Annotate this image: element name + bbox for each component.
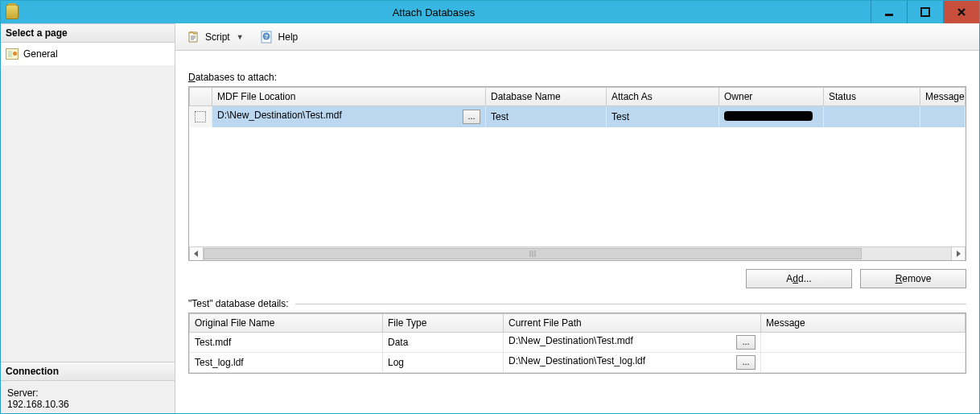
cell-path: D:\New_Destination\Test.mdf [509,335,633,346]
toolbar: Script ▼ ? Help [175,23,979,51]
browse-mdf-button[interactable]: ... [463,110,480,124]
help-label: Help [278,31,299,43]
col-owner[interactable]: Owner [719,88,824,106]
divider [295,304,966,304]
cell-owner [719,106,824,128]
browse-path-button[interactable]: ... [736,355,756,370]
table-row[interactable]: Test_log.ldf Log D:\New_Destination\Test… [190,353,966,373]
scroll-track[interactable] [204,247,951,260]
select-a-page-header: Select a page [1,23,175,43]
cell-orig: Test_log.ldf [190,353,383,373]
databases-grid-header: MDF File Location Database Name Attach A… [190,88,966,106]
cell-mdf: D:\New_Destination\Test.mdf [217,110,342,121]
cell-path: D:\New_Destination\Test_log.ldf [509,355,645,366]
col-message2[interactable]: Message [761,314,966,333]
col-path[interactable]: Current File Path [504,314,761,333]
scroll-left-button[interactable] [189,247,204,260]
close-button[interactable] [943,1,979,23]
table-row[interactable]: Test.mdf Data D:\New_Destination\Test.md… [190,333,966,353]
databases-grid[interactable]: MDF File Location Database Name Attach A… [188,86,966,247]
cell-ftype: Log [383,353,504,373]
cell-ftype: Data [383,333,504,353]
page-list: General [1,43,175,65]
row-selector-icon [195,111,206,122]
maximize-button[interactable] [907,1,943,23]
details-grid-header: Original File Name File Type Current Fil… [190,314,966,333]
scroll-thumb[interactable] [204,248,862,259]
cell-attachas[interactable]: Test [607,106,719,128]
page-item-general[interactable]: General [1,46,175,62]
cell-msg [761,353,966,373]
database-details-label: "Test" database details: [188,298,289,309]
databases-grid-hscroll[interactable] [188,246,966,261]
col-ftype[interactable]: File Type [383,314,504,333]
server-label: Server: [7,387,168,399]
col-dbname[interactable]: Database Name [486,88,607,106]
script-icon [187,30,201,44]
script-button[interactable]: Script ▼ [183,28,247,46]
col-message[interactable]: Message [920,88,966,106]
left-pane: Select a page General Connection Server:… [1,23,175,413]
page-item-label: General [23,48,58,60]
col-mdf[interactable]: MDF File Location [212,88,486,106]
remove-button[interactable]: Remove [860,269,966,288]
svg-text:?: ? [264,33,268,40]
minimize-button[interactable] [871,1,907,23]
title-bar: Attach Databases [1,1,979,23]
details-grid[interactable]: Original File Name File Type Current Fil… [188,313,966,374]
help-button[interactable]: ? Help [257,28,302,46]
cell-status [824,106,920,128]
table-row[interactable]: D:\New_Destination\Test.mdf ... Test Tes… [190,106,966,128]
owner-redacted [724,111,813,121]
cell-message [920,106,966,128]
server-value: 192.168.10.36 [7,399,168,410]
right-pane: Script ▼ ? Help Databases to attach: [175,23,979,413]
page-icon [6,48,19,60]
col-attachas[interactable]: Attach As [607,88,719,106]
cell-msg [761,333,966,353]
browse-path-button[interactable]: ... [736,335,756,350]
add-button[interactable]: Add... [746,269,852,288]
svg-rect-1 [921,8,929,16]
connection-block: Server: 192.168.10.36 [1,381,175,413]
col-orig[interactable]: Original File Name [190,314,383,333]
cell-dbname[interactable]: Test [486,106,607,128]
script-label: Script [205,31,230,43]
window-title: Attach Databases [1,6,867,19]
col-status[interactable]: Status [824,88,920,106]
svg-rect-0 [885,14,893,16]
help-icon: ? [260,30,274,44]
connection-header: Connection [1,362,175,381]
databases-to-attach-label: Databases to attach: [188,72,966,83]
scroll-right-button[interactable] [951,247,966,260]
cell-orig: Test.mdf [190,333,383,353]
chevron-down-icon: ▼ [237,33,244,41]
